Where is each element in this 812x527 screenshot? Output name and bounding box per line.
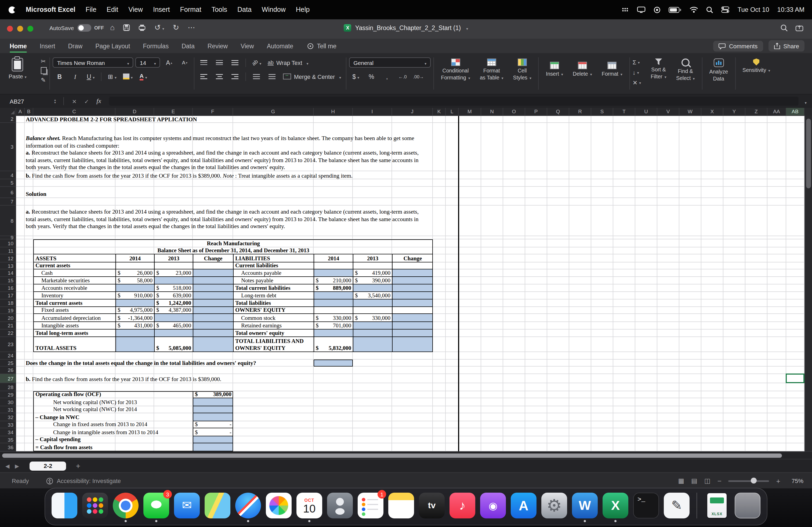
column-header-AB[interactable]: AB: [786, 108, 804, 115]
row-header-22[interactable]: 22: [0, 330, 16, 337]
italic-button[interactable]: I: [69, 71, 82, 81]
cell-D12[interactable]: 2014: [115, 254, 154, 262]
tab-draw[interactable]: Draw: [68, 39, 83, 53]
menu-window[interactable]: Window: [262, 6, 286, 13]
finder-icon[interactable]: [52, 493, 77, 518]
row-header-19[interactable]: 19: [0, 307, 16, 314]
autosum-button[interactable]: Σ: [633, 58, 641, 66]
row-header-17[interactable]: 17: [0, 292, 16, 299]
cell-G19[interactable]: OWNERS' EQUITY: [233, 307, 314, 314]
align-center-button[interactable]: [213, 71, 226, 81]
contacts-icon[interactable]: [327, 493, 353, 518]
menu-time[interactable]: 10:33 AM: [777, 6, 804, 13]
cell-E23[interactable]: $5,085,000: [154, 337, 193, 352]
cell-H21[interactable]: $701,000: [314, 322, 353, 330]
dock-item-launchpad[interactable]: [82, 493, 108, 522]
active-cell-AB27[interactable]: [786, 374, 804, 383]
row-header-14[interactable]: 14: [0, 269, 16, 277]
page-break-view-icon[interactable]: ◫: [704, 477, 710, 485]
dock-item-reminders[interactable]: 1: [358, 493, 383, 522]
row-header-34[interactable]: 34: [0, 428, 16, 436]
cell-H16[interactable]: $889,000: [314, 284, 353, 292]
print-icon[interactable]: [139, 24, 146, 31]
podcasts-icon[interactable]: ◉: [480, 493, 506, 518]
cell-C12[interactable]: ASSETS: [33, 254, 115, 262]
cell-F33[interactable]: $-: [193, 421, 233, 428]
excel-icon[interactable]: X: [603, 493, 628, 518]
row-header-6[interactable]: 6: [0, 187, 16, 198]
cell-F34[interactable]: $-: [193, 428, 233, 436]
cell-J12[interactable]: Change: [392, 254, 433, 262]
dock-item-word[interactable]: W: [572, 493, 598, 522]
cell-H23[interactable]: $5,832,000: [314, 337, 353, 352]
cell-G14[interactable]: Accounts payable: [233, 269, 314, 277]
row-header-33[interactable]: 33: [0, 421, 16, 428]
cell-E17[interactable]: $639,000: [154, 292, 193, 299]
menu-insert[interactable]: Insert: [153, 6, 170, 13]
column-header-D[interactable]: D: [115, 108, 154, 115]
menu-file[interactable]: File: [86, 6, 97, 13]
align-middle-button[interactable]: [213, 57, 226, 67]
cell-C14[interactable]: Cash: [33, 269, 115, 277]
row-header-16[interactable]: 16: [0, 284, 16, 292]
more-commands-icon[interactable]: ⋯: [188, 23, 195, 32]
record-icon[interactable]: [654, 6, 661, 13]
horizontal-scrollbar-thumb[interactable]: [2, 453, 782, 458]
cell-G18[interactable]: Total liabilities: [233, 299, 314, 307]
dock-item-podcasts[interactable]: ◉: [480, 493, 506, 522]
percent-style-button[interactable]: %: [365, 71, 378, 81]
conditional-formatting-button[interactable]: ConditionalFormatting: [437, 57, 475, 82]
sheet-next-icon[interactable]: [15, 463, 19, 469]
cell-C33[interactable]: Change in fixed assets from 2013 to 2014: [33, 421, 115, 428]
column-header-P[interactable]: P: [525, 108, 547, 115]
cell-I15[interactable]: $390,000: [353, 277, 392, 284]
zoom-slider-knob[interactable]: [751, 478, 757, 483]
terminal-icon[interactable]: >_: [633, 493, 659, 518]
dock-item-notes[interactable]: [388, 493, 414, 522]
undo-button[interactable]: ↺: [155, 23, 164, 32]
zoom-level[interactable]: 75%: [787, 478, 803, 484]
row-header-11[interactable]: 11: [0, 247, 16, 254]
vertical-scrollbar-thumb[interactable]: [806, 119, 811, 189]
name-box-stepper[interactable]: [54, 99, 56, 104]
dock-item-tv[interactable]: tv: [419, 493, 445, 522]
formula-bar-expand-icon[interactable]: [803, 96, 807, 106]
align-top-button[interactable]: [197, 57, 211, 67]
cell-C29[interactable]: Operating cash flow (OCF): [33, 391, 115, 398]
delete-cells-button[interactable]: Delete: [568, 61, 596, 78]
menu-help[interactable]: Help: [296, 6, 309, 13]
appstore-icon[interactable]: A: [511, 493, 536, 518]
increase-indent-button[interactable]: [265, 71, 279, 81]
row-header-35[interactable]: 35: [0, 436, 16, 443]
dock-item-safari[interactable]: [235, 493, 261, 522]
row-header-28[interactable]: 28: [0, 383, 16, 391]
cell-D21[interactable]: $431,000: [115, 322, 154, 330]
accounting-format-button[interactable]: $: [349, 71, 362, 81]
row-header-21[interactable]: 21: [0, 322, 16, 330]
mail-icon[interactable]: ✉: [174, 493, 200, 518]
normal-view-icon[interactable]: ▦: [678, 477, 684, 485]
cell-E14[interactable]: $23,000: [154, 269, 193, 277]
row-header-15[interactable]: 15: [0, 277, 16, 284]
cell-D19[interactable]: $4,975,000: [115, 307, 154, 314]
decrease-decimal-button[interactable]: .00→: [411, 71, 425, 81]
share-button[interactable]: Share: [768, 40, 804, 51]
dock-item-messages[interactable]: 3: [143, 493, 169, 522]
vertical-scrollbar[interactable]: [804, 115, 812, 451]
align-right-button[interactable]: [229, 71, 242, 81]
analyze-data-button[interactable]: AnalyzeData: [705, 57, 732, 82]
column-header-H[interactable]: H: [314, 108, 353, 115]
fullscreen-button[interactable]: [27, 26, 33, 32]
dock-item-calendar[interactable]: OCT10: [296, 493, 322, 522]
cell-C34[interactable]: Change in intangible assets from 2013 to…: [33, 428, 115, 436]
row-header-23[interactable]: 23: [0, 337, 16, 352]
notes-icon[interactable]: [388, 493, 414, 518]
cell-E18[interactable]: $1,242,000: [154, 299, 193, 307]
cell-I20[interactable]: $330,000: [353, 314, 392, 322]
tell-me-button[interactable]: Tell me: [307, 43, 336, 49]
cell-C19[interactable]: Fixed assets: [33, 307, 115, 314]
row-header-2[interactable]: 2: [0, 115, 16, 123]
save-icon[interactable]: [123, 24, 130, 31]
cell-D20[interactable]: $-1,364,000: [115, 314, 154, 322]
apple-logo-icon[interactable]: [9, 6, 16, 13]
